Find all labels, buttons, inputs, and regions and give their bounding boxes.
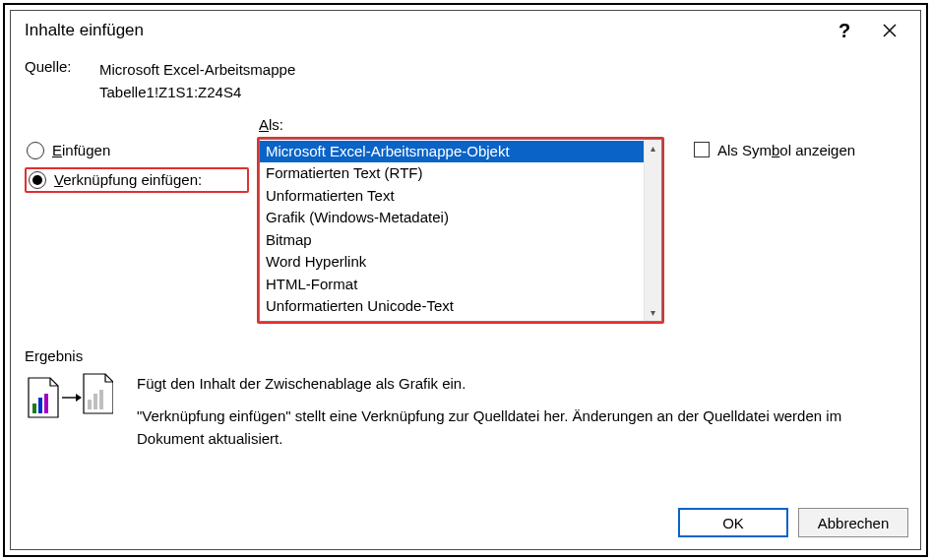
svg-rect-9 bbox=[88, 400, 92, 409]
source-label: Quelle: bbox=[25, 58, 86, 104]
list-item[interactable]: Unformatierten Text bbox=[260, 185, 644, 208]
as-listbox[interactable]: Microsoft Excel-Arbeitsmappe-Objekt Form… bbox=[259, 139, 662, 322]
scroll-down-icon[interactable]: ▾ bbox=[645, 304, 661, 321]
help-button[interactable]: ? bbox=[822, 12, 867, 49]
list-item[interactable]: HTML-Format bbox=[260, 274, 644, 296]
radio-paste-label: Einfügen bbox=[52, 142, 110, 158]
svg-rect-5 bbox=[44, 394, 48, 413]
svg-rect-3 bbox=[32, 404, 36, 413]
radio-icon bbox=[29, 171, 46, 189]
list-item[interactable]: Unformatierten Unicode-Text bbox=[260, 295, 644, 318]
list-item[interactable]: Bitmap bbox=[260, 229, 644, 252]
close-icon bbox=[883, 24, 897, 37]
source-value-line1: Microsoft Excel-Arbeitsmappe bbox=[99, 58, 295, 81]
radio-paste-link[interactable]: Verknüpfung einfügen: bbox=[25, 167, 249, 193]
titlebar: Inhalte einfügen ? bbox=[11, 11, 920, 50]
list-item[interactable]: Formatierten Text (RTF) bbox=[260, 162, 644, 185]
radio-paste-link-label: Verknüpfung einfügen: bbox=[54, 171, 202, 188]
radio-paste[interactable]: Einfügen bbox=[25, 140, 249, 161]
ok-button[interactable]: OK bbox=[678, 508, 788, 537]
list-item[interactable]: Grafik (Windows-Metadatei) bbox=[260, 207, 644, 229]
svg-marker-7 bbox=[76, 394, 82, 402]
as-label: Als: bbox=[259, 116, 664, 133]
svg-rect-4 bbox=[38, 398, 42, 413]
checkbox-icon bbox=[694, 142, 710, 157]
result-heading: Ergebnis bbox=[25, 347, 906, 364]
dialog-title: Inhalte einfügen bbox=[25, 21, 822, 40]
svg-rect-11 bbox=[99, 390, 103, 409]
paste-link-icon bbox=[27, 372, 113, 421]
scroll-up-icon[interactable]: ▴ bbox=[645, 140, 661, 156]
show-as-icon-label: Als Symbol anzeigen bbox=[717, 142, 855, 158]
paste-special-dialog: Inhalte einfügen ? Quelle: Microsoft Exc… bbox=[10, 10, 921, 550]
svg-rect-10 bbox=[93, 394, 97, 409]
listbox-scrollbar[interactable]: ▴ ▾ bbox=[644, 140, 661, 321]
as-listbox-highlight: Microsoft Excel-Arbeitsmappe-Objekt Form… bbox=[257, 137, 664, 324]
scroll-track[interactable] bbox=[645, 156, 661, 304]
source-row: Quelle: Microsoft Excel-Arbeitsmappe Tab… bbox=[25, 58, 906, 104]
result-description: Fügt den Inhalt der Zwischenablage als G… bbox=[137, 372, 904, 461]
source-value-line2: Tabelle1!Z1S1:Z24S4 bbox=[99, 81, 295, 103]
list-item[interactable]: Microsoft Excel-Arbeitsmappe-Objekt bbox=[260, 141, 644, 163]
radio-icon bbox=[27, 142, 44, 159]
close-button[interactable] bbox=[867, 12, 912, 49]
cancel-button[interactable]: Abbrechen bbox=[798, 508, 908, 537]
dialog-buttons: OK Abbrechen bbox=[11, 500, 920, 549]
list-item[interactable]: Word Hyperlink bbox=[260, 251, 644, 274]
show-as-icon-checkbox[interactable]: Als Symbol anzeigen bbox=[694, 142, 906, 158]
